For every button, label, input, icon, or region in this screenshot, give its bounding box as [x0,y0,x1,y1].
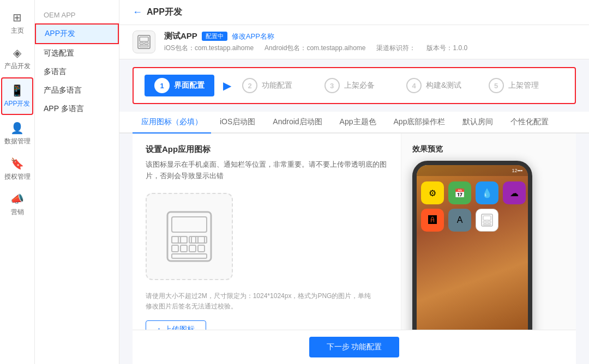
next-step-button[interactable]: 下一步 功能配置 [309,337,400,357]
app-icon-svg [136,34,152,50]
nav-item-auth[interactable]: 🔖 授权管理 [0,151,34,187]
tab-android-launch[interactable]: Android启动图 [264,112,330,134]
nav-item-home[interactable]: ⊞ 主页 [0,5,34,41]
svg-rect-16 [198,245,205,252]
svg-rect-6 [172,217,207,232]
tab-bar: 应用图标（必填） iOS启动图 Android启动图 App主题色 App底部操… [119,112,589,134]
svg-rect-21 [488,221,491,223]
app-name-row: 测试APP 配置中 修改APP名称 [164,31,467,41]
nav-item-product-label: 产品开发 [4,62,31,71]
tab-default-room[interactable]: 默认房间 [454,112,502,134]
step-1[interactable]: 1 界面配置 [145,75,214,96]
nav-item-home-label: 主页 [11,26,24,35]
svg-rect-3 [145,43,148,44]
app-dev-icon: 📱 [10,84,24,97]
phone-icon-3: 💧 [476,181,498,204]
tab-bottom-bar[interactable]: App底部操作栏 [385,112,454,134]
icon-upload-area[interactable] [146,193,233,280]
preview-title: 效果预览 [412,144,565,154]
steps-container: 1 界面配置 ▶ 2 功能配置 3 上架必备 4 构建&测试 5 上架管理 [145,75,564,96]
nav-item-auth-label: 授权管理 [4,172,31,181]
svg-rect-17 [172,254,207,258]
tab-theme[interactable]: App主题色 [331,112,385,134]
app-info-bar: 测试APP 配置中 修改APP名称 iOS包名：com.testapp.aiho… [119,25,589,59]
step-1-circle: 1 [154,78,170,93]
phone-icons-grid: ⚙ 📅 💧 ☁ 🅰 A [417,176,528,237]
product-icon: ◈ [13,46,21,59]
phone-icon-1: ⚙ [421,181,444,204]
upload-icon: ↑ [157,325,161,330]
svg-rect-4 [140,45,148,47]
phone-screen: 12 ▪▪▪ ⚙ 📅 💧 ☁ 🅰 A [417,165,528,330]
step-4-label: 构建&测试 [426,81,461,90]
home-icon: ⊞ [13,11,22,24]
svg-rect-9 [172,236,178,243]
step-3-label: 上架必备 [344,81,375,90]
svg-rect-13 [172,245,178,252]
sidebar-item-app-dev[interactable]: APP开发 [35,23,119,44]
status-badge: 配置中 [202,32,227,41]
version: 版本号：1.0.0 [426,44,467,53]
bottom-bar: 下一步 功能配置 [133,330,576,364]
svg-rect-11 [189,236,196,243]
section-title: 设置App应用图标 [146,144,388,155]
ios-package: iOS包名：com.testapp.aihome [164,44,254,53]
marketing-icon: 📣 [10,192,24,205]
tab-personalization[interactable]: 个性化配置 [502,112,557,134]
phone-mockup: 12 ▪▪▪ ⚙ 📅 💧 ☁ 🅰 A [412,161,532,330]
step-4[interactable]: 4 构建&测试 [400,75,482,96]
step-4-circle: 4 [406,78,422,93]
nav-item-marketing[interactable]: 📣 营销 [0,187,34,222]
svg-rect-19 [483,216,491,220]
auth-icon: 🔖 [10,157,24,170]
step-2[interactable]: 2 功能配置 [236,75,318,96]
nav-item-data[interactable]: 👤 数据管理 [0,116,34,151]
step-5-circle: 5 [489,78,504,93]
tab-app-icon[interactable]: 应用图标（必填） [133,112,211,134]
phone-icon-4: ☁ [503,181,526,204]
phone-time: 12 [512,168,517,173]
main-content: ← APP开发 测试APP 配置中 修改APP名称 iOS包名：com.test… [119,0,589,364]
step-2-label: 功能配置 [262,81,292,90]
edit-app-name-link[interactable]: 修改APP名称 [232,32,274,41]
app-meta: iOS包名：com.testapp.aihome Android包名：com.t… [164,44,467,53]
svg-rect-2 [140,43,143,44]
section-desc: 该图标显示在手机桌面、通知栏等位置，非常重要。请不要上传带透明底的图片，否则会导… [146,159,388,182]
step-5-label: 上架管理 [508,81,539,90]
sidebar-item-app-multilang[interactable]: APP 多语言 [35,100,119,118]
upload-note: 请使用大小不超过2M，尺寸限定为：1024*1024px，格式为PNG的图片，单… [146,291,375,312]
sidebar-item-multilang[interactable]: 多语言 [35,63,119,81]
sidebar-item-optional-config[interactable]: 可选配置 [35,44,119,63]
sidebar-item-product-multilang[interactable]: 产品多语言 [35,81,119,100]
step-3-circle: 3 [324,78,340,93]
app-name: 测试APP [164,31,197,41]
nav-item-data-label: 数据管理 [4,137,31,146]
nav-item-product[interactable]: ◈ 产品开发 [0,41,34,76]
step-5[interactable]: 5 上架管理 [482,75,564,96]
tab-ios-launch[interactable]: iOS启动图 [211,112,264,134]
phone-icon-2: 📅 [448,181,471,204]
upload-btn-label: 上传图标 [164,325,195,330]
content-right: 效果预览 12 ▪▪▪ ⚙ 📅 💧 ☁ 🅰 A [401,134,576,330]
nav-item-marketing-label: 营销 [11,208,24,217]
step-1-label: 界面配置 [174,81,205,90]
svg-rect-10 [181,236,187,243]
sidebar-section-title: OEM APP [35,9,119,23]
app-icon [133,31,155,53]
upload-icon-button[interactable]: ↑ 上传图标 [146,320,206,330]
svg-rect-20 [483,221,486,223]
phone-icon-6: A [448,209,471,232]
content-area: 设置App应用图标 该图标显示在手机桌面、通知栏等位置，非常重要。请不要上传带透… [133,134,576,330]
svg-rect-1 [140,37,148,41]
step-arrow-1: ▶ [223,79,231,92]
nav-item-app-label: APP开发 [4,99,30,108]
data-icon: 👤 [10,122,24,135]
phone-signal: ▪▪▪ [517,168,522,173]
channel-id: 渠道标识符： [376,44,416,53]
step-3[interactable]: 3 上架必备 [318,75,400,96]
svg-rect-7 [172,236,187,243]
nav-item-app-dev[interactable]: 📱 APP开发 [1,77,33,115]
phone-icon-5: 🅰 [421,209,444,232]
page-header: ← APP开发 [119,0,589,25]
back-button[interactable]: ← [133,7,142,18]
